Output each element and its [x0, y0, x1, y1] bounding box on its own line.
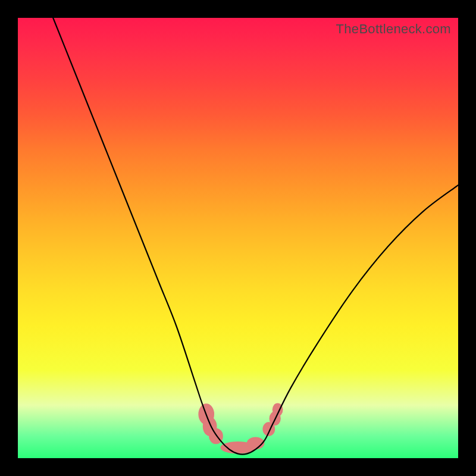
chart-frame: TheBottleneck.com: [0, 0, 476, 476]
curve-layer: [18, 18, 458, 458]
bottleneck-curve: [53, 18, 458, 455]
plot-area: TheBottleneck.com: [18, 18, 458, 458]
